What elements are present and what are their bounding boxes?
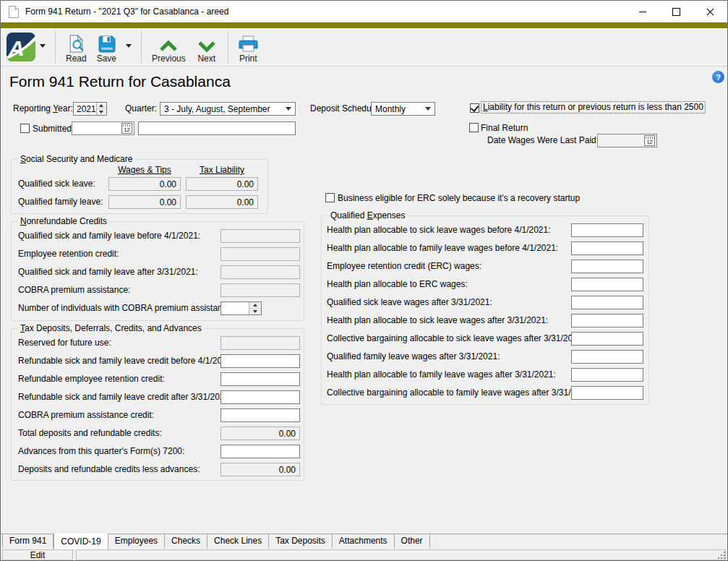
deposits-less-advances-field: 0.00 [220, 463, 300, 476]
cobra-individuals-spinner[interactable] [220, 301, 262, 315]
qualified-family-after-field[interactable] [571, 350, 643, 364]
submitted-checkbox[interactable] [20, 124, 30, 133]
row-label: Health plan allocable to sick leave wage… [327, 226, 551, 235]
status-panel [76, 549, 726, 560]
reserved-future-use-field [220, 336, 300, 350]
hp-family-before-field[interactable] [571, 241, 643, 255]
final-return-checkbox[interactable] [469, 123, 479, 132]
qualified-sick-leave-wages-field: 0.00 [108, 177, 181, 191]
row-label: Qualified sick and family leave after 3/… [18, 267, 198, 277]
refundable-sick-family-after-field[interactable] [220, 390, 300, 404]
calendar-icon[interactable]: 12 [644, 135, 655, 146]
qualified-sick-after-field[interactable] [571, 296, 643, 309]
next-button[interactable]: Next [191, 30, 223, 64]
read-button-label: Read [66, 54, 87, 64]
row-label: Advances from this quarter's Form(s) 720… [18, 447, 184, 456]
spinner-buttons [249, 302, 261, 314]
tab-tax-deposits[interactable]: Tax Deposits [269, 534, 333, 548]
reporting-year-spinner[interactable]: 2021 [73, 102, 107, 116]
row-label: Deposits and refundable credits less adv… [18, 465, 200, 474]
row-label: Qualified sick leave wages after 3/31/20… [327, 298, 492, 307]
spin-up-button[interactable] [97, 103, 106, 109]
minimize-button[interactable] [625, 1, 659, 22]
edit-mode-panel: Edit [2, 549, 73, 560]
submitted-date-field[interactable]: 12 [72, 121, 134, 135]
maximize-button[interactable] [659, 1, 693, 22]
advances-7200-field[interactable] [220, 445, 300, 458]
group-qualified-expenses: Qualified Expenses Health plan allocable… [321, 215, 649, 405]
qualified-family-leave-tax-field: 0.00 [186, 195, 258, 209]
spinner-buttons [96, 103, 106, 115]
calendar-icon-number: 12 [647, 140, 653, 145]
tab-check-lines[interactable]: Check Lines [207, 534, 269, 548]
app-logo-button[interactable]: A [7, 33, 35, 61]
row-label: Refundable sick and family leave credit … [18, 393, 232, 402]
row-label: Health plan allocable to family leave wa… [327, 244, 558, 253]
spin-up-button[interactable] [249, 302, 261, 309]
quarter-select[interactable]: 3 - July, August, September [160, 102, 296, 116]
previous-button[interactable]: Previous [147, 30, 191, 64]
print-button-label: Print [239, 54, 257, 64]
tab-other[interactable]: Other [395, 534, 430, 548]
cb-family-after-field[interactable] [571, 386, 643, 400]
field-value: 0.00 [279, 465, 296, 475]
status-bar: Edit [1, 549, 727, 561]
chevron-up-icon [158, 39, 179, 53]
submitted-note-field[interactable] [138, 121, 296, 135]
tab-checks[interactable]: Checks [165, 534, 207, 548]
group-nonrefundable-credits: Nonrefundable Credits Qualified sick and… [11, 221, 304, 321]
hp-family-after-field[interactable] [571, 368, 643, 382]
liability-checkbox[interactable] [470, 103, 479, 113]
field-value: 0.00 [160, 197, 176, 207]
employee-retention-credit-field [220, 247, 300, 261]
erc-wages-field[interactable] [571, 260, 643, 273]
cb-sick-after-field[interactable] [571, 332, 643, 346]
resize-grip[interactable] [718, 552, 725, 559]
calendar-icon[interactable]: 12 [121, 123, 132, 134]
help-icon[interactable]: ? [712, 71, 724, 83]
field-value: 0.00 [237, 197, 254, 207]
calendar-icon-number: 12 [124, 127, 130, 133]
print-button[interactable]: Print [234, 30, 263, 64]
toolbar: A Read Save [1, 28, 727, 67]
combo-arrow-icon [425, 107, 431, 114]
field-value: 0.00 [279, 429, 296, 439]
hp-erc-wages-field[interactable] [571, 278, 643, 291]
save-button[interactable]: Save [92, 30, 121, 64]
total-deposits-field: 0.00 [220, 427, 300, 440]
read-button[interactable]: Read [61, 30, 92, 64]
row-label: Employee retention credit: [18, 249, 119, 259]
qualified-expenses-title: Qualified Expenses [327, 211, 408, 220]
tax-liability-column-header: Tax Liability [186, 165, 258, 175]
title-bar: Form 941 Return - "2021 Q3" for Casablan… [1, 1, 727, 22]
save-menu-dropdown-icon[interactable] [126, 44, 132, 51]
tab-attachments[interactable]: Attachments [333, 534, 395, 548]
spin-down-button[interactable] [249, 309, 261, 314]
deposit-schedule-value: Monthly [375, 104, 406, 114]
refundable-erc-field[interactable] [220, 372, 300, 386]
combo-arrow-icon [286, 107, 291, 114]
spin-down-icon [99, 111, 103, 116]
read-icon [67, 34, 86, 53]
deposit-schedule-select[interactable]: Monthly [371, 102, 435, 116]
spin-down-button[interactable] [97, 109, 106, 115]
row-label: Total deposits and refundable credits: [18, 429, 162, 438]
logo-menu-dropdown-icon[interactable] [40, 44, 46, 51]
submitted-label: Submitted [33, 124, 72, 134]
row-label: Qualified family leave wages after 3/31/… [327, 352, 500, 361]
tab-employees[interactable]: Employees [108, 534, 165, 548]
maximize-icon [672, 8, 680, 16]
liability-label: Liability for this return or previous re… [481, 101, 706, 114]
spin-up-icon [253, 301, 257, 307]
refundable-sick-family-before-field[interactable] [220, 354, 300, 368]
cobra-credit-field[interactable] [220, 408, 300, 422]
tab-covid-19[interactable]: COVID-19 [53, 534, 108, 549]
erc-startup-checkbox[interactable] [325, 193, 335, 202]
hp-sick-after-field[interactable] [571, 314, 643, 327]
hp-sick-before-field[interactable] [571, 223, 643, 237]
tab-form-941[interactable]: Form 941 [2, 534, 53, 548]
spin-down-icon [253, 310, 257, 315]
minimize-icon [639, 12, 646, 12]
close-button[interactable] [693, 1, 727, 22]
spin-up-icon [99, 102, 103, 107]
